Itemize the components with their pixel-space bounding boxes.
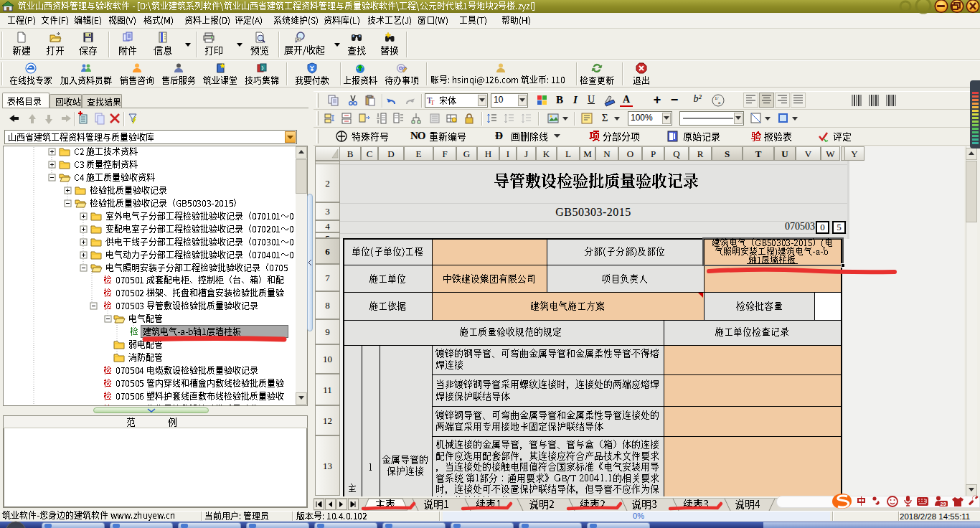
svg-text:T: T — [430, 99, 435, 106]
svg-text:a: a — [718, 100, 721, 105]
svg-text:29: 29 — [941, 501, 946, 507]
